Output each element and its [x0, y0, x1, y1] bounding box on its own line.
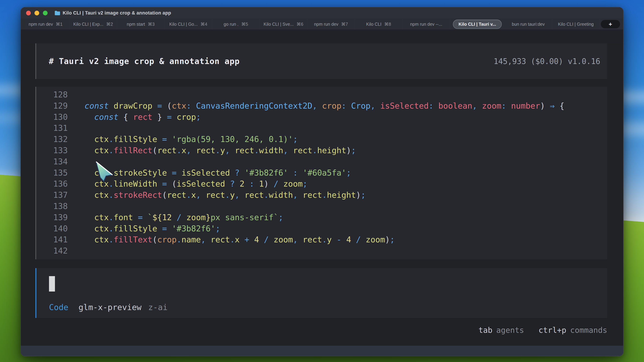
code-text: ctx.lineWidth = (isSelected ? 2 : 1) / z… — [84, 178, 308, 190]
line-number: 130 — [36, 112, 68, 123]
session-token-meta: 145,933 ($0.00) v1.0.16 — [494, 57, 600, 66]
code-text: ctx.strokeStyle = isSelected ? '#3b82f6'… — [84, 167, 351, 179]
line-number: 138 — [36, 201, 68, 212]
folder-icon — [54, 11, 60, 15]
line-number: 140 — [36, 223, 68, 234]
tab-12[interactable]: Kilo CLI | Greeting — [552, 19, 600, 29]
traffic-lights — [26, 11, 48, 15]
code-line: 139 ctx.font = `${12 / zoom}px sans-seri… — [36, 212, 607, 223]
window-title: Kilo CLI | Tauri v2 image crop & annotat… — [63, 10, 171, 16]
desktop: { "window": { "title": "Kilo CLI | Tauri… — [0, 0, 644, 362]
line-number: 142 — [36, 245, 68, 257]
line-number: 135 — [36, 167, 68, 179]
code-text: const { rect } = crop; — [84, 112, 201, 123]
line-number: 132 — [36, 134, 68, 145]
code-text: ctx.fillRect(rect.x, rect.y, rect.width,… — [84, 145, 356, 156]
terminal-content: # Tauri v2 image crop & annotation app 1… — [21, 43, 623, 356]
tab-8[interactable]: Kilo CLI⌘8 — [355, 19, 402, 29]
mouse-pointer-icon — [94, 159, 114, 183]
tab-label: Kilo CLI | Exp... — [73, 22, 104, 27]
line-number: 134 — [36, 156, 68, 167]
code-line: 136 ctx.lineWidth = (isSelected ? 2 : 1)… — [36, 178, 607, 190]
tab-label: Kilo CLI — [366, 22, 382, 27]
tab-label: Kilo CLI | Sve... — [264, 22, 294, 27]
tab-4[interactable]: Kilo CLI | Go...⌘4 — [165, 19, 212, 29]
line-number: 137 — [36, 190, 68, 201]
code-line: 129const drawCrop = (ctx: CanvasRenderin… — [36, 100, 607, 112]
code-line: 142 — [36, 245, 607, 257]
tab-shortcut: ⌘3 — [148, 22, 155, 27]
code-text: ctx.fillStyle = '#3b82f6'; — [84, 223, 220, 234]
tab-label: Kilo CLI | Greeting — [558, 22, 594, 27]
code-line: 133 ctx.fillRect(rect.x, rect.y, rect.wi… — [36, 145, 607, 156]
prompt-meta: Codeglm-x-previewz-ai — [49, 303, 168, 312]
tab-9[interactable]: npm run dev --... — [402, 19, 450, 29]
tab-5[interactable]: go run .⌘5 — [212, 19, 260, 29]
tab-label: npm run dev — [314, 22, 338, 27]
tab-10-active[interactable]: Kilo CLI | Tauri v... — [450, 19, 505, 29]
code-line: 128 — [36, 89, 607, 100]
code-line: 130 const { rect } = crop; — [36, 112, 607, 123]
tab-6[interactable]: Kilo CLI | Sve...⌘6 — [260, 19, 307, 29]
prompt-input[interactable]: Codeglm-x-previewz-ai — [35, 268, 607, 318]
provider-name: z-ai — [148, 303, 168, 312]
code-line: 134 — [36, 156, 607, 167]
status-hint-commands: ctrl+pcommands — [538, 326, 607, 335]
minimize-button[interactable] — [34, 11, 39, 15]
tab-shortcut: ⌘1 — [56, 22, 62, 27]
code-line: 141 ctx.fillText(crop.name, rect.x + 4 /… — [36, 234, 607, 245]
tab-label: npm start — [127, 22, 145, 27]
code-line: 140 ctx.fillStyle = '#3b82f6'; — [36, 223, 607, 234]
tab-shortcut: ⌘5 — [241, 22, 248, 27]
line-number: 128 — [36, 89, 68, 100]
tab-label: Kilo CLI | Go... — [170, 22, 198, 27]
zoom-button[interactable] — [43, 11, 48, 15]
window-titlebar[interactable]: Kilo CLI | Tauri v2 image crop & annotat… — [21, 7, 623, 18]
tab-shortcut: ⌘7 — [341, 22, 348, 27]
code-block: 128129const drawCrop = (ctx: CanvasRende… — [35, 87, 607, 259]
tab-2[interactable]: Kilo CLI | Exp...⌘2 — [70, 19, 117, 29]
status-hint-agents: tabagents — [478, 326, 524, 335]
code-text: const drawCrop = (ctx: CanvasRenderingCo… — [84, 100, 564, 112]
text-cursor — [49, 276, 55, 292]
line-number: 136 — [36, 178, 68, 190]
code-text: ctx.font = `${12 / zoom}px sans-serif`; — [84, 212, 283, 223]
code-text: ctx.strokeRect(rect.x, rect.y, rect.widt… — [84, 190, 366, 201]
tab-3[interactable]: npm start⌘3 — [117, 19, 165, 29]
line-number: 129 — [36, 100, 68, 112]
model-name: glm-x-preview — [78, 303, 142, 312]
code-line: 132 ctx.fillStyle = 'rgba(59, 130, 246, … — [36, 134, 607, 145]
tab-label: bun run tauri:dev — [512, 22, 545, 27]
line-number: 141 — [36, 234, 68, 245]
tab-shortcut: ⌘8 — [384, 22, 391, 27]
tab-bar: npm run dev⌘1Kilo CLI | Exp...⌘2npm star… — [21, 18, 623, 30]
tab-label: npm run dev — [28, 22, 53, 27]
status-bar: tabagents ctrl+pcommands — [35, 326, 607, 335]
close-button[interactable] — [26, 11, 31, 15]
tab-11[interactable]: bun run tauri:dev — [504, 19, 552, 29]
line-number: 139 — [36, 212, 68, 223]
line-number: 133 — [36, 145, 68, 156]
tab-shortcut: ⌘4 — [200, 22, 208, 27]
session-header: # Tauri v2 image crop & annotation app 1… — [35, 43, 607, 79]
line-number: 131 — [36, 123, 68, 134]
code-line: 131 — [36, 123, 607, 134]
tab-label: go run . — [224, 22, 238, 27]
tab-1[interactable]: npm run dev⌘1 — [22, 19, 70, 29]
new-tab-button[interactable]: + — [601, 20, 620, 28]
code-line: 138 — [36, 201, 607, 212]
tab-shortcut: ⌘6 — [296, 22, 303, 27]
code-line: 135 ctx.strokeStyle = isSelected ? '#3b8… — [36, 167, 607, 179]
tab-shortcut: ⌘2 — [106, 22, 113, 27]
session-title: # Tauri v2 image crop & annotation app — [49, 56, 240, 66]
tab-7[interactable]: npm run dev⌘7 — [307, 19, 355, 29]
code-line: 137 ctx.strokeRect(rect.x, rect.y, rect.… — [36, 190, 607, 201]
code-text: ctx.fillStyle = 'rgba(59, 130, 246, 0.1)… — [84, 134, 298, 145]
tab-label: Kilo CLI | Tauri v... — [453, 19, 502, 29]
window-bottom-edge — [21, 346, 623, 356]
code-text: ctx.fillText(crop.name, rect.x + 4 / zoo… — [84, 234, 395, 245]
mode-badge[interactable]: Code — [49, 303, 68, 312]
tab-label: npm run dev --... — [410, 22, 442, 27]
